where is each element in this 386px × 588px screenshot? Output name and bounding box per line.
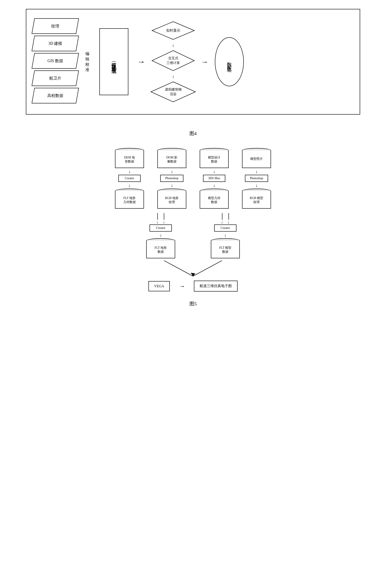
diamond-realtime-label: 实时显示 (166, 28, 180, 33)
cyl-dom: DOM 影像数据 (157, 148, 186, 168)
cyl-model-photo: 模型照片 (242, 148, 271, 168)
d2-col-model-photo: 模型照片 ↓ Photoshop ↓ RGB 模型纹理 (242, 148, 271, 209)
merge-section: ↓ ↓ Creator ↓ FLT 地形数据 (26, 213, 360, 258)
fig4-label: 图4 (189, 130, 197, 137)
cyl-rgb-terrain: RGB 地形纹理 (157, 189, 186, 209)
arrow-vega-final: → (179, 283, 185, 290)
cyl-flt-terrain-geo: FLT 地形几何数据 (115, 189, 144, 209)
arrow-dem-creator: ↓ (128, 168, 131, 175)
cyl-dem: DEM 地形数据 (115, 148, 144, 168)
fig5-label: 图5 (189, 300, 197, 307)
center-process-box: 三维可视化航道生成 (99, 28, 128, 95)
box-creator-2: Creator (150, 225, 172, 231)
box-photoshop-2: Photoshop (245, 175, 268, 182)
d2-col-model-design: 模型设计数据 ↓ 3DS Max ↓ 模型几何数据 (200, 148, 229, 209)
arrow-photoshop2-rgbmodel: ↓ (255, 182, 258, 189)
diamond-realtime: 实时显示 (151, 21, 195, 41)
arrow-creator2-flt-terrain: ↓ (160, 231, 162, 238)
vega-row: VEGA → 航道三维仿真电子图 (26, 281, 360, 292)
arrow-creator-flt1: ↓ (128, 182, 131, 189)
arrow-dom-photoshop: ↓ (171, 168, 173, 175)
diamond-virtual: 虚拟建筑物渲染 (150, 81, 197, 103)
svg-marker-6 (191, 273, 195, 276)
vega-connector-svg (137, 261, 249, 278)
cyl-rgb-model: RGB 模型纹理 (242, 189, 271, 209)
diamonds-column: 实时显示 ↓ 交互式三维计算 ↓ (150, 21, 197, 103)
diamond-interactive-label: 交互式三维计算 (166, 56, 180, 65)
right-merge-arrows-in: ↓ ↓ (221, 213, 229, 225)
arrow-creator3-flt-model: ↓ (224, 231, 226, 238)
diagram1: 纹理 3D 建模 GIS 数据 航卫片 高程数据 编 辑 校 (26, 9, 360, 115)
page-container: 纹理 3D 建模 GIS 数据 航卫片 高程数据 编 辑 校 (0, 0, 386, 327)
final-output-box: 航道三维仿真电子图 (194, 281, 238, 292)
diamond-interactive: 交互式三维计算 (151, 49, 195, 72)
svg-line-3 (164, 261, 193, 276)
edit-calibrate-label: 编 辑 校 准 (85, 51, 89, 72)
cyl-flt-model: FLT 模型数据 (211, 238, 240, 258)
left-merge-arrows-in: ↓ ↓ (157, 213, 165, 225)
vega-box: VEGA (148, 281, 170, 291)
arrow-modeldesign-3dsmax: ↓ (213, 168, 215, 175)
arrow-3dsmax-modelgeo: ↓ (213, 182, 215, 189)
cyl-flt-terrain: FLT 地形数据 (146, 238, 175, 258)
para-item-gis: GIS 数据 (33, 53, 78, 69)
arrow-to-decisions (137, 57, 145, 66)
arrow-between-d2-d3: ↓ (172, 74, 174, 79)
diagram2: DEM 地形数据 ↓ Creator ↓ FLT 地形几何数据 (26, 148, 360, 292)
box-photoshop-1: Photoshop (160, 175, 183, 182)
cyl-model-design: 模型设计数据 (200, 148, 229, 168)
para-item-3d: 3D 建模 (33, 36, 78, 51)
right-merge-col: ↓ ↓ Creator ↓ FLT 模型数据 (211, 213, 240, 258)
para-stack: 纹理 3D 建模 GIS 数据 航卫片 高程数据 (33, 18, 78, 105)
d2-col-dom: DOM 影像数据 ↓ Photoshop ↓ RGB 地形纹理 (157, 148, 186, 209)
arrow-to-oval: → (201, 58, 208, 66)
arrow-photoshop-rgb1: ↓ (171, 182, 173, 189)
svg-line-5 (193, 261, 222, 276)
cyl-model-geo: 模型几何数据 (200, 189, 229, 209)
left-merge-col: ↓ ↓ Creator ↓ FLT 地形数据 (146, 213, 175, 258)
para-item-elevation: 高程数据 (33, 88, 78, 104)
box-creator-1: Creator (118, 175, 141, 182)
box-3dsmax: 3DS Max (203, 175, 225, 182)
d2-col-dem: DEM 地形数据 ↓ Creator ↓ FLT 地形几何数据 (115, 148, 144, 209)
arrows-to-vega (26, 261, 360, 278)
box-creator-3: Creator (214, 225, 236, 231)
arrow-between-d1-d2: ↓ (172, 43, 174, 47)
d2-top-columns: DEM 地形数据 ↓ Creator ↓ FLT 地形几何数据 (26, 148, 360, 209)
arrow-modelphoto-photoshop2: ↓ (255, 168, 258, 175)
para-item-texture: 纹理 (33, 18, 78, 34)
para-item-aerial: 航卫片 (33, 70, 78, 86)
diamond-virtual-label: 虚拟建筑物渲染 (165, 87, 182, 97)
oval-digital-channel: 数字航道 (215, 37, 244, 86)
